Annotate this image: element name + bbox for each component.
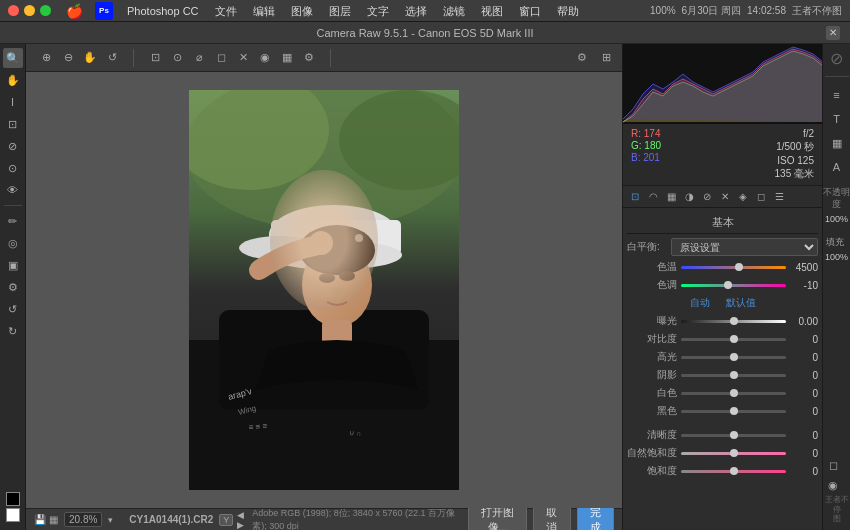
- shadows-slider[interactable]: [681, 368, 786, 382]
- foreground-color[interactable]: [6, 492, 20, 506]
- straighten-tool[interactable]: ⊘: [3, 136, 23, 156]
- toolbar-tool3[interactable]: ⌀: [189, 48, 209, 68]
- contrast-row: 对比度 0: [627, 332, 818, 346]
- grad-filter-tool[interactable]: ▣: [3, 255, 23, 275]
- panel-icon-effects[interactable]: ◈: [735, 189, 751, 205]
- toolbar-hand[interactable]: ✋: [80, 48, 100, 68]
- exposure-slider[interactable]: [681, 314, 786, 328]
- fr-icon1[interactable]: ≡: [827, 85, 847, 105]
- menu-edit[interactable]: 编辑: [245, 0, 283, 22]
- highlights-slider[interactable]: [681, 350, 786, 364]
- radial-filter-tool[interactable]: ◎: [3, 233, 23, 253]
- panel-icon-presets[interactable]: ☰: [771, 189, 787, 205]
- color-tone-label: 色调: [627, 278, 677, 292]
- panel-icon-hsl[interactable]: ◑: [681, 189, 697, 205]
- toolbar-tool6[interactable]: ◉: [255, 48, 275, 68]
- white-thumb[interactable]: [730, 389, 738, 397]
- pref-tool[interactable]: ⚙: [3, 277, 23, 297]
- zoom-tool[interactable]: 🔍: [3, 48, 23, 68]
- toolbar-rotate[interactable]: ↺: [102, 48, 122, 68]
- apple-logo-icon[interactable]: 🍎: [59, 3, 89, 19]
- redeye-tool[interactable]: 👁: [3, 180, 23, 200]
- menu-file[interactable]: 文件: [207, 0, 245, 22]
- auto-button[interactable]: 自动: [690, 296, 710, 310]
- hand-tool[interactable]: ✋: [3, 70, 23, 90]
- time-display: 14:02:58: [747, 5, 786, 16]
- color-tone-thumb[interactable]: [724, 281, 732, 289]
- wb-tool[interactable]: I: [3, 92, 23, 112]
- minimize-button[interactable]: [24, 5, 35, 16]
- vibrance-thumb[interactable]: [730, 449, 738, 457]
- background-color[interactable]: [6, 508, 20, 522]
- toolbar-tool5[interactable]: ✕: [233, 48, 253, 68]
- black-slider[interactable]: [681, 404, 786, 418]
- spot-removal-tool[interactable]: ⊙: [3, 158, 23, 178]
- exposure-thumb[interactable]: [730, 317, 738, 325]
- toolbar-zoom-out[interactable]: ⊖: [58, 48, 78, 68]
- toolbar-tool8[interactable]: ⚙: [299, 48, 319, 68]
- right-panel: R: 174 G: 180 B: 201 f/2 1/500 秒 ISO 125…: [622, 44, 822, 530]
- panel-icon-curve[interactable]: ◠: [645, 189, 661, 205]
- menu-photoshop[interactable]: Photoshop CC: [119, 0, 207, 22]
- saturation-slider[interactable]: [681, 464, 786, 478]
- top-toolbar: ⊕ ⊖ ✋ ↺ ⊡ ⊙ ⌀ ◻ ✕ ◉ ▦ ⚙ ⚙ ⊞: [26, 44, 622, 72]
- fr-bottom-icon1[interactable]: ◻: [823, 455, 843, 475]
- adj-brush-tool[interactable]: ✏: [3, 211, 23, 231]
- crop-tool[interactable]: ⊡: [3, 114, 23, 134]
- panel-icon-basic[interactable]: ⊡: [627, 189, 643, 205]
- zoom-dropdown-icon[interactable]: ▾: [108, 515, 113, 525]
- shadows-thumb[interactable]: [730, 371, 738, 379]
- color-temp-slider[interactable]: [681, 260, 786, 274]
- menu-help[interactable]: 帮助: [549, 0, 587, 22]
- toolbar-expand[interactable]: ⊞: [596, 48, 616, 68]
- fr-username: 王者不停图: [823, 495, 850, 524]
- y-badge: Y: [219, 514, 233, 526]
- clarity-slider[interactable]: [681, 428, 786, 442]
- menu-layer[interactable]: 图层: [321, 0, 359, 22]
- menu-window[interactable]: 窗口: [511, 0, 549, 22]
- vibrance-slider[interactable]: [681, 446, 786, 460]
- menu-filter[interactable]: 滤镜: [435, 0, 473, 22]
- zoom-display[interactable]: 20.8%: [64, 512, 102, 527]
- rotate-cw-tool[interactable]: ↻: [3, 321, 23, 341]
- rotate-ccw-tool[interactable]: ↺: [3, 299, 23, 319]
- panel-icon-detail[interactable]: ▦: [663, 189, 679, 205]
- close-button[interactable]: [8, 5, 19, 16]
- color-tone-slider[interactable]: [681, 278, 786, 292]
- saturation-thumb[interactable]: [730, 467, 738, 475]
- toolbar-settings[interactable]: ⚙: [572, 48, 592, 68]
- clarity-thumb[interactable]: [730, 431, 738, 439]
- maximize-button[interactable]: [40, 5, 51, 16]
- toolbar-tool1[interactable]: ⊡: [145, 48, 165, 68]
- default-button[interactable]: 默认值: [726, 296, 756, 310]
- wb-select[interactable]: 原设设置: [671, 238, 818, 256]
- fr-bottom-icon2[interactable]: ◉: [823, 475, 843, 495]
- highlights-thumb[interactable]: [730, 353, 738, 361]
- contrast-thumb[interactable]: [730, 335, 738, 343]
- menu-image[interactable]: 图像: [283, 0, 321, 22]
- black-thumb[interactable]: [730, 407, 738, 415]
- cr-close-button[interactable]: ✕: [826, 26, 840, 40]
- fr-circle-icon[interactable]: ⊘: [827, 48, 847, 68]
- aperture: f/2: [775, 128, 814, 139]
- color-temp-thumb[interactable]: [735, 263, 743, 271]
- menu-view[interactable]: 视图: [473, 0, 511, 22]
- r-label: R: 174: [631, 128, 661, 139]
- panel-icon-lens[interactable]: ✕: [717, 189, 733, 205]
- panel-icon-camera[interactable]: ◻: [753, 189, 769, 205]
- white-slider[interactable]: [681, 386, 786, 400]
- toolbar-zoom-in[interactable]: ⊕: [36, 48, 56, 68]
- toolbar-tool4[interactable]: ◻: [211, 48, 231, 68]
- svg-point-17: [309, 231, 333, 255]
- fr-icon3[interactable]: ▦: [827, 133, 847, 153]
- fr-fill-button[interactable]: 填充: [825, 232, 845, 252]
- toolbar-tool2[interactable]: ⊙: [167, 48, 187, 68]
- canvas-area[interactable]: arap'v Wing: [26, 72, 622, 508]
- contrast-slider[interactable]: [681, 332, 786, 346]
- fr-icon2[interactable]: T: [827, 109, 847, 129]
- panel-icon-split[interactable]: ⊘: [699, 189, 715, 205]
- fr-icon4[interactable]: A: [827, 157, 847, 177]
- toolbar-tool7[interactable]: ▦: [277, 48, 297, 68]
- menu-text[interactable]: 文字: [359, 0, 397, 22]
- menu-select[interactable]: 选择: [397, 0, 435, 22]
